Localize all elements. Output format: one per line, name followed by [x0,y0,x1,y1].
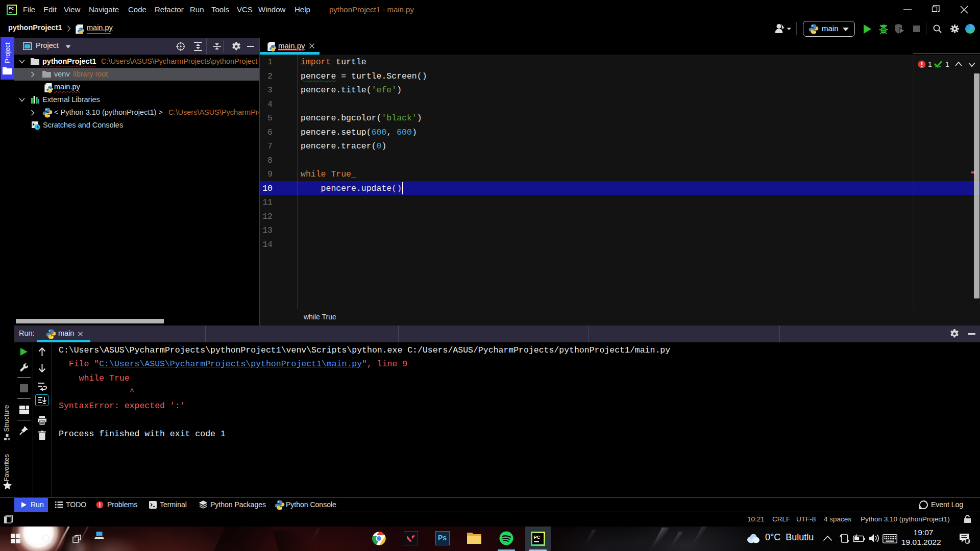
svg-text:1: 1 [945,60,949,68]
svg-text:1: 1 [928,60,932,68]
svg-text:PC: PC [9,7,14,10]
svg-text:PC: PC [534,534,541,540]
